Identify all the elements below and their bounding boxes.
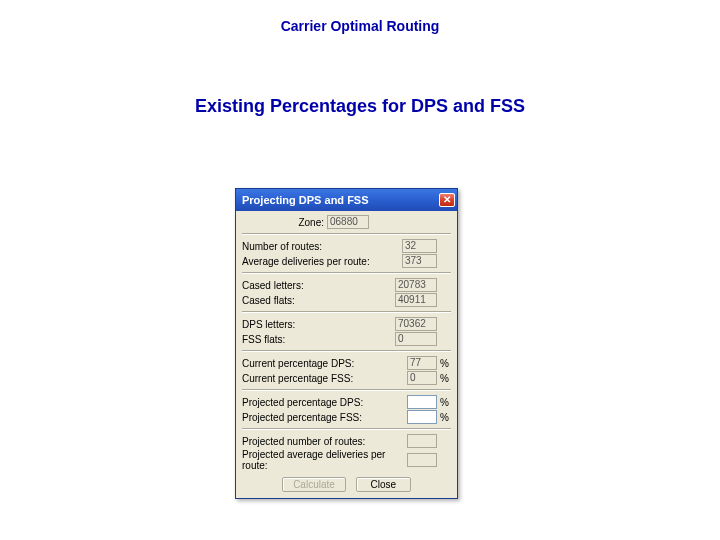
avg-deliveries-label: Average deliveries per route: bbox=[242, 256, 402, 267]
dps-letters-field: 70362 bbox=[395, 317, 437, 331]
separator bbox=[242, 272, 451, 274]
num-routes-label: Number of routes: bbox=[242, 241, 402, 252]
cased-flats-label: Cased flats: bbox=[242, 295, 395, 306]
cur-pct-dps-field: 77 bbox=[407, 356, 437, 370]
dps-letters-label: DPS letters: bbox=[242, 319, 395, 330]
close-icon[interactable]: ✕ bbox=[439, 193, 455, 207]
cased-letters-label: Cased letters: bbox=[242, 280, 395, 291]
fss-flats-label: FSS flats: bbox=[242, 334, 395, 345]
proj-pct-fss-label: Projected percentage FSS: bbox=[242, 412, 407, 423]
cased-letters-field: 20783 bbox=[395, 278, 437, 292]
proj-pct-dps-input[interactable] bbox=[407, 395, 437, 409]
num-routes-field: 32 bbox=[402, 239, 437, 253]
separator bbox=[242, 389, 451, 391]
calculate-button[interactable]: Calculate bbox=[282, 477, 346, 492]
proj-avg-del-label: Projected average deliveries per route: bbox=[242, 449, 407, 471]
projecting-dialog: Projecting DPS and FSS ✕ Zone: 06880 Num… bbox=[235, 188, 458, 499]
proj-pct-fss-input[interactable] bbox=[407, 410, 437, 424]
page-title: Carrier Optimal Routing bbox=[0, 0, 720, 34]
dialog-content: Zone: 06880 Number of routes: 32 Average… bbox=[236, 211, 457, 498]
cased-flats-field: 40911 bbox=[395, 293, 437, 307]
proj-avg-del-field bbox=[407, 453, 437, 467]
dialog-title: Projecting DPS and FSS bbox=[242, 194, 369, 206]
close-button[interactable]: Close bbox=[356, 477, 411, 492]
cur-pct-dps-label: Current percentage DPS: bbox=[242, 358, 407, 369]
percent-label: % bbox=[437, 397, 451, 408]
proj-pct-dps-label: Projected percentage DPS: bbox=[242, 397, 407, 408]
cur-pct-fss-field: 0 bbox=[407, 371, 437, 385]
proj-num-routes-field bbox=[407, 434, 437, 448]
avg-deliveries-field: 373 bbox=[402, 254, 437, 268]
zone-label: Zone: bbox=[242, 217, 327, 228]
separator bbox=[242, 350, 451, 352]
percent-label: % bbox=[437, 358, 451, 369]
button-row: Calculate Close bbox=[242, 477, 451, 492]
page-subtitle: Existing Percentages for DPS and FSS bbox=[0, 96, 720, 117]
separator bbox=[242, 233, 451, 235]
percent-label: % bbox=[437, 412, 451, 423]
separator bbox=[242, 311, 451, 313]
zone-field: 06880 bbox=[327, 215, 369, 229]
percent-label: % bbox=[437, 373, 451, 384]
fss-flats-field: 0 bbox=[395, 332, 437, 346]
cur-pct-fss-label: Current percentage FSS: bbox=[242, 373, 407, 384]
titlebar: Projecting DPS and FSS ✕ bbox=[236, 189, 457, 211]
separator bbox=[242, 428, 451, 430]
proj-num-routes-label: Projected number of routes: bbox=[242, 436, 407, 447]
